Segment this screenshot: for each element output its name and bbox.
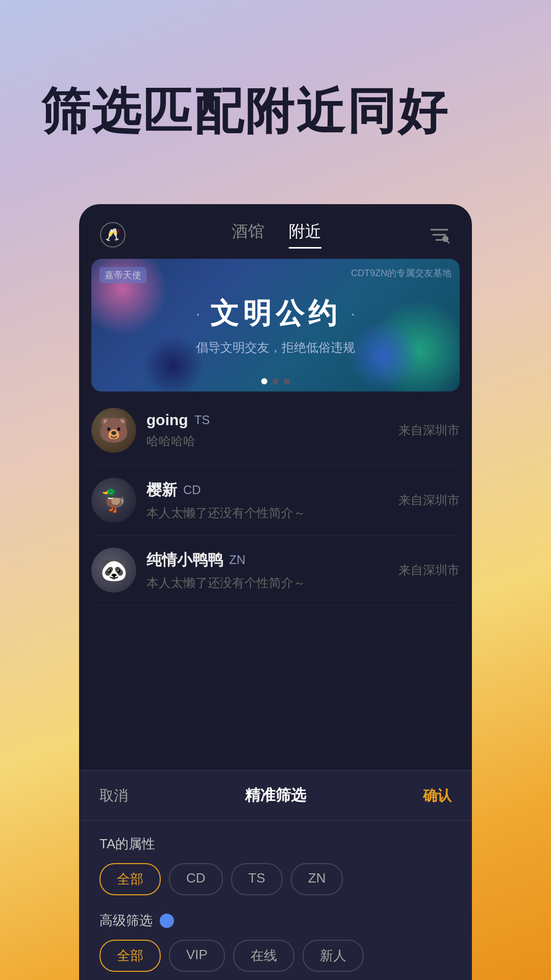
- user-location: 来自深圳市: [398, 492, 460, 508]
- drinks-toast-icon[interactable]: 🥂: [99, 222, 126, 248]
- filter-tags-attributes: 全部 CD TS ZN: [99, 863, 452, 895]
- banner-indicators: [261, 378, 290, 384]
- filter-section-attributes: TA的属性 全部 CD TS ZN: [79, 821, 472, 903]
- user-name-row: going TS: [146, 411, 398, 429]
- banner-dot-left: ·: [196, 306, 200, 322]
- svg-line-6: [447, 241, 449, 243]
- banner-tag-right: CDT9ZN的专属交友基地: [351, 267, 452, 279]
- filter-tag-online[interactable]: 在线: [233, 940, 294, 972]
- tab-jiuguan[interactable]: 酒馆: [232, 220, 264, 249]
- filter-icon[interactable]: [427, 223, 452, 247]
- user-info: 樱新 CD 本人太懒了还没有个性简介～: [146, 480, 398, 521]
- user-location: 来自深圳市: [398, 562, 460, 578]
- filter-tag-zn[interactable]: ZN: [291, 863, 343, 895]
- filter-tag-all[interactable]: 全部: [99, 863, 161, 895]
- filter-tag-advanced-all[interactable]: 全部: [99, 940, 161, 972]
- tab-fujin[interactable]: 附近: [289, 220, 321, 249]
- user-badge: TS: [194, 413, 210, 427]
- filter-header: 取消 精准筛选 确认: [79, 771, 472, 821]
- user-badge: ZN: [229, 553, 245, 567]
- avatar: [91, 548, 136, 593]
- user-location: 来自深圳市: [398, 422, 460, 438]
- nav-bar: 🥂 酒馆 附近: [79, 204, 472, 259]
- avatar: [91, 408, 136, 453]
- user-name-row: 樱新 CD: [146, 480, 398, 501]
- filter-section-advanced: 全部 VIP 在线 新人: [79, 940, 472, 980]
- banner-title-container: · 文明公约 ·: [196, 295, 355, 333]
- user-name: 纯情小鸭鸭: [146, 550, 223, 571]
- filter-tags-advanced: 全部 VIP 在线 新人: [99, 940, 452, 972]
- banner-indicator-2[interactable]: [284, 378, 290, 384]
- filter-title: 精准筛选: [245, 785, 306, 806]
- banner-deco-blue: [347, 320, 419, 391]
- user-bio: 哈哈哈哈: [146, 433, 398, 449]
- filter-confirm-button[interactable]: 确认: [423, 786, 452, 805]
- filter-section-title-advanced: 高级筛选: [79, 903, 472, 940]
- app-card: 🥂 酒馆 附近 嘉帝天使 CDT9ZN的专属交友基地 · 文明公约 ·: [79, 204, 472, 980]
- user-name: going: [146, 411, 188, 429]
- banner-deco-dark: [142, 335, 204, 391]
- filter-tag-cd[interactable]: CD: [169, 863, 223, 895]
- headline: 筛选匹配附近同好: [41, 82, 510, 140]
- list-item[interactable]: 樱新 CD 本人太懒了还没有个性简介～ 来自深圳市: [91, 465, 460, 535]
- avatar: [91, 478, 136, 523]
- filter-section-title-attributes: TA的属性: [99, 835, 452, 853]
- filter-tag-vip[interactable]: VIP: [169, 940, 225, 972]
- nav-tabs: 酒馆 附近: [232, 220, 321, 249]
- filter-cancel-button[interactable]: 取消: [99, 786, 128, 805]
- banner-tag-left: 嘉帝天使: [99, 267, 146, 283]
- user-info: going TS 哈哈哈哈: [146, 411, 398, 449]
- banner: 嘉帝天使 CDT9ZN的专属交友基地 · 文明公约 · 倡导文明交友，拒绝低俗违…: [91, 259, 460, 391]
- user-name: 樱新: [146, 480, 177, 501]
- user-badge: CD: [183, 483, 201, 497]
- banner-indicator-0[interactable]: [261, 378, 267, 384]
- user-bio: 本人太懒了还没有个性简介～: [146, 505, 398, 521]
- verified-badge-icon: [160, 914, 174, 928]
- list-item[interactable]: 纯情小鸭鸭 ZN 本人太懒了还没有个性简介～ 来自深圳市: [91, 535, 460, 605]
- filter-panel: 取消 精准筛选 确认 TA的属性 全部 CD TS ZN 高级筛选 全部 VIP: [79, 770, 472, 980]
- svg-text:🥂: 🥂: [105, 227, 120, 242]
- banner-title: 文明公约: [210, 295, 341, 333]
- user-info: 纯情小鸭鸭 ZN 本人太懒了还没有个性简介～: [146, 550, 398, 591]
- user-bio: 本人太懒了还没有个性简介～: [146, 575, 398, 591]
- banner-subtitle: 倡导文明交友，拒绝低俗违规: [196, 339, 355, 356]
- user-name-row: 纯情小鸭鸭 ZN: [146, 550, 398, 571]
- list-item[interactable]: going TS 哈哈哈哈 来自深圳市: [91, 396, 460, 465]
- filter-tag-ts[interactable]: TS: [231, 863, 283, 895]
- banner-dot-right: ·: [351, 306, 355, 322]
- filter-tag-newbie[interactable]: 新人: [303, 940, 364, 972]
- user-list: going TS 哈哈哈哈 来自深圳市 樱新 CD 本人太懒了还没有个性简介～ …: [79, 396, 472, 605]
- banner-indicator-1[interactable]: [272, 378, 279, 384]
